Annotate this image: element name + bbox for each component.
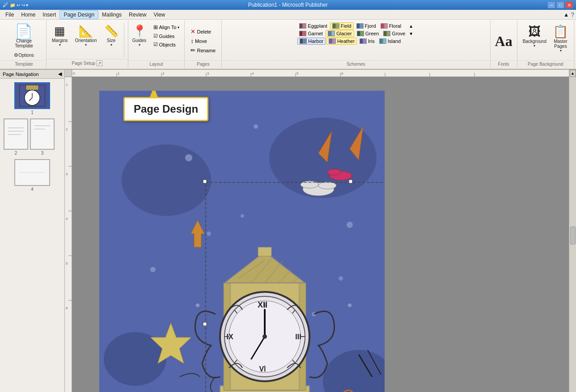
scheme-grove[interactable]: Grove (381, 30, 407, 37)
master-pages-icon: 📋 (553, 24, 568, 39)
scheme-green[interactable]: Green (355, 30, 381, 37)
scheme-scroll-up[interactable]: ▲ (408, 24, 414, 29)
svg-text:5: 5 (296, 72, 299, 76)
schemes-group-label: Schemes (222, 60, 490, 67)
svg-rect-106 (203, 180, 207, 183)
menu-mailings[interactable]: Mailings (98, 11, 125, 19)
menu-page-design[interactable]: Page Design (59, 10, 98, 19)
size-button[interactable]: 📏 Size ▾ (102, 22, 121, 49)
margins-button[interactable]: ▦ Margins ▾ (49, 22, 71, 49)
move-button[interactable]: ↕ Move (187, 37, 219, 45)
svg-point-53 (347, 222, 353, 228)
canvas-area: 0 1 2 3 4 5 6 (65, 70, 576, 392)
svg-text:0: 0 (73, 72, 75, 76)
template-group-label: Template (2, 60, 46, 67)
guides-button[interactable]: 📍 Guides ▾ (130, 22, 149, 49)
align-to-arrow: ▾ (178, 25, 179, 30)
options-button[interactable]: ⚙ Options (12, 51, 36, 59)
scheme-island[interactable]: Island (377, 38, 402, 44)
fonts-button[interactable]: Aa (492, 32, 515, 50)
page-thumb-2[interactable]: 2 (4, 118, 28, 156)
rename-button[interactable]: ✏ Rename (187, 46, 219, 55)
ribbon-collapse-icon[interactable]: ▲ (563, 12, 569, 18)
menu-bar: File Home Insert Page Design Mailings Re… (0, 10, 576, 20)
scroll-up-button[interactable]: ▲ (570, 70, 576, 77)
page-canvas: XII III VI IX (99, 90, 385, 392)
maximize-button[interactable]: □ (556, 1, 564, 8)
page-background-label: Page Background (517, 60, 574, 67)
size-arrow: ▾ (110, 43, 112, 47)
svg-text:3: 3 (207, 72, 209, 76)
help-icon[interactable]: ? (571, 11, 574, 18)
objects-check-label: Objects (159, 42, 176, 47)
orientation-button[interactable]: 📐 Orientation ▾ (72, 22, 100, 49)
svg-text:III: III (295, 333, 301, 341)
svg-point-103 (348, 303, 352, 307)
scheme-fjord[interactable]: Fjord (355, 23, 378, 29)
scheme-garnet[interactable]: Garnet (297, 30, 325, 37)
background-arrow: ▾ (534, 44, 535, 48)
delete-button[interactable]: ✕ Delete (187, 27, 219, 36)
svg-text:3: 3 (66, 172, 68, 176)
page-nav-toggle-icon[interactable]: ◀ (58, 71, 62, 77)
page-thumb-4-num: 4 (31, 187, 34, 192)
svg-point-62 (327, 169, 341, 175)
right-scrollbar[interactable]: ▲ ▼ (569, 70, 576, 392)
objects-checkbox-button[interactable]: ☑ Objects (150, 41, 183, 48)
background-label: Background (523, 39, 546, 44)
guides-check-label: Guides (159, 34, 175, 39)
change-template-icon: 📄 (15, 24, 33, 38)
guides-checkbox-button[interactable]: ☑ Guides (150, 32, 183, 40)
scheme-grove-label: Grove (392, 31, 405, 36)
menu-review[interactable]: Review (125, 11, 150, 19)
page-setup-expand-icon[interactable]: ↗ (96, 60, 102, 66)
canvas-viewport: XII III VI IX (72, 77, 576, 392)
orientation-label: Orientation (75, 38, 97, 43)
background-button[interactable]: 🖼 Background ▾ (520, 22, 549, 50)
scroll-thumb[interactable] (570, 227, 576, 244)
master-pages-button[interactable]: 📋 MasterPages ▾ (550, 22, 571, 55)
page-nav-title: Page Navigation (3, 72, 39, 77)
change-template-button[interactable]: 📄 ChangeTemplate (12, 22, 36, 50)
menu-home[interactable]: Home (17, 11, 39, 19)
svg-point-99 (339, 276, 343, 281)
scheme-iris[interactable]: Iris (358, 38, 377, 44)
page-thumb-1[interactable]: 1 (4, 82, 61, 115)
svg-point-59 (301, 181, 318, 188)
delete-icon: ✕ (191, 28, 195, 35)
change-template-label: ChangeTemplate (15, 38, 33, 48)
scheme-field[interactable]: Field (330, 22, 354, 30)
scheme-glacier[interactable]: Glacier (326, 30, 354, 37)
scheme-harbor[interactable]: Harbor (297, 38, 326, 45)
scheme-eggplant[interactable]: Eggplant (297, 23, 329, 29)
menu-file[interactable]: File (2, 11, 17, 19)
svg-point-60 (318, 182, 336, 189)
svg-rect-33 (65, 77, 72, 392)
page-thumb-4[interactable]: 4 (4, 159, 61, 192)
ribbon-group-layout: 📍 Guides ▾ ⊞ Align To ▾ ☑ Guides ☑ (128, 21, 185, 68)
svg-text:1: 1 (118, 72, 120, 76)
master-pages-arrow: ▾ (560, 49, 562, 53)
pages-group-label: Pages (185, 60, 221, 67)
scheme-floral[interactable]: Floral (379, 23, 403, 29)
margins-label: Margins (52, 38, 68, 43)
layout-group-label: Layout (128, 60, 185, 67)
scheme-scroll-down[interactable]: ▼ (408, 31, 414, 36)
align-to-button[interactable]: ⊞ Align To ▾ (150, 23, 183, 31)
scheme-island-label: Island (388, 38, 401, 44)
tooltip-text: Page Design (134, 103, 198, 115)
scheme-heather[interactable]: Heather (326, 38, 357, 45)
background-icon: 🖼 (528, 24, 541, 39)
page-thumb-3[interactable]: 3 (30, 118, 55, 156)
menu-insert[interactable]: Insert (39, 11, 59, 19)
svg-text:4: 4 (252, 72, 254, 76)
margins-icon: ▦ (54, 24, 65, 38)
menu-view[interactable]: View (150, 11, 169, 19)
close-button[interactable]: ✕ (565, 1, 573, 8)
window-controls: ─ □ ✕ (547, 1, 573, 8)
options-icon: ⚙ (14, 52, 18, 58)
rename-icon: ✏ (191, 47, 195, 54)
align-to-icon: ⊞ (153, 24, 158, 30)
scheme-field-label: Field (341, 23, 352, 29)
minimize-button[interactable]: ─ (547, 1, 555, 8)
